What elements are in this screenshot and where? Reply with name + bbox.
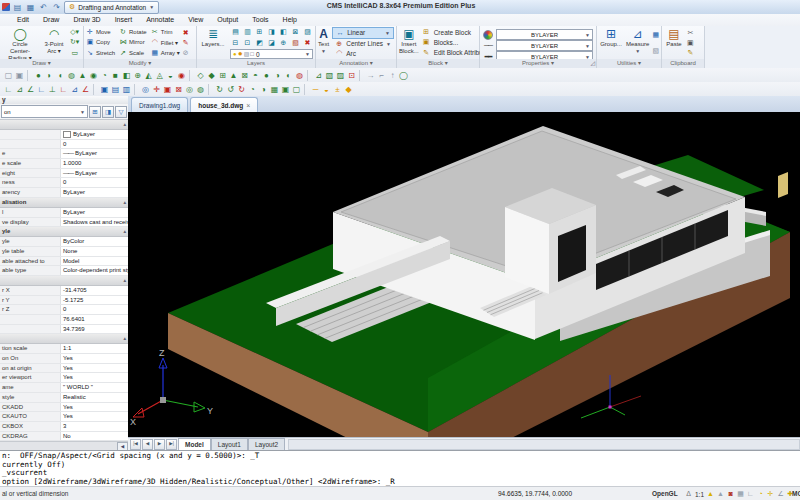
revision-cloud-icon[interactable]: ↻▾ xyxy=(70,38,79,46)
toolbar-icon[interactable]: ◓ xyxy=(250,70,261,81)
toolbar-icon[interactable]: ◬ xyxy=(154,70,165,81)
toolbar-icon[interactable]: ⊡ xyxy=(346,70,357,81)
toolbar-icon[interactable]: ∠ xyxy=(80,84,91,95)
toolbar-icon[interactable]: ● xyxy=(261,70,272,81)
palette-header-button[interactable]: ⊞ xyxy=(89,106,101,118)
toolbar-icon[interactable]: ─ xyxy=(310,84,321,95)
toolbar-icon[interactable]: → xyxy=(365,70,376,81)
cut-icon[interactable]: ✂ xyxy=(687,28,694,37)
palette-section-header[interactable]: alisation▴ xyxy=(0,198,128,208)
status-toggle-icon[interactable]: ▲ xyxy=(706,488,715,500)
status-toggle-icon[interactable]: ▲ xyxy=(716,488,725,500)
toolbar-icon[interactable]: ◗ xyxy=(44,70,55,81)
modify-array[interactable]: ▦Array ▾ xyxy=(151,49,180,57)
layer-tool-icon[interactable]: ⊟ xyxy=(230,38,241,48)
toolbar-icon[interactable]: ◉ xyxy=(176,70,187,81)
layer-tool-icon[interactable]: ⊞ xyxy=(254,27,265,37)
toolbar-icon[interactable]: ⊿ xyxy=(313,70,324,81)
palette-row[interactable]: CKADDYes xyxy=(0,403,128,413)
palette-row[interactable]: yle tableNone xyxy=(0,247,128,257)
undo-icon[interactable]: ↶ xyxy=(38,2,49,13)
properties-group-label[interactable]: Properties ▾ xyxy=(480,59,596,68)
draw-extra-tools[interactable]: ◇▾ ↻▾ ▭ xyxy=(70,27,79,58)
toolbar-icon[interactable]: ▲ xyxy=(77,70,88,81)
toolbar-icon[interactable]: ● xyxy=(33,70,44,81)
toolbar-icon[interactable]: ▣ xyxy=(99,84,110,95)
palette-section-header[interactable]: ▴ xyxy=(0,120,128,130)
three-point-arc-button[interactable]: ◠ 3-Point Arc ▾ xyxy=(41,27,67,58)
paste-button[interactable]: ▤ Paste xyxy=(664,27,684,58)
layers-button[interactable]: ≣ Layers... xyxy=(199,27,227,58)
toolbar-icon[interactable]: ◎ xyxy=(184,84,195,95)
layer-tool-icon[interactable]: ⊕ xyxy=(278,38,289,48)
layer-tool-icon[interactable]: ◧ xyxy=(278,27,289,37)
layer-tool-icon[interactable]: ✖ xyxy=(302,38,313,48)
layout-scrollbar-track[interactable] xyxy=(288,439,800,450)
print-icon[interactable]: ▦ xyxy=(25,2,36,13)
toolbar-icon[interactable]: ▧ xyxy=(324,70,335,81)
toolbar-icon[interactable]: ± xyxy=(332,84,343,95)
toolbar-icon[interactable]: ■ xyxy=(110,70,121,81)
palette-row[interactable]: tion scale1:1 xyxy=(0,344,128,354)
layer-tool-icon[interactable]: ▥ xyxy=(242,27,253,37)
polygon-icon[interactable]: ◇▾ xyxy=(70,28,79,36)
toolbar-icon[interactable]: ▣ xyxy=(280,84,291,95)
center-lines-button[interactable]: ⊕ Center Lines ▼ xyxy=(332,39,394,49)
modify-stretch[interactable]: ↘Stretch xyxy=(86,49,115,57)
status-toggle-icon[interactable]: Δ xyxy=(684,488,693,500)
toolbar-icon[interactable]: ▣ xyxy=(162,84,173,95)
palette-row[interactable]: on OnYes xyxy=(0,354,128,364)
layout-nav-button[interactable]: ▶ xyxy=(154,439,165,450)
toolbar-icon[interactable]: ↻ xyxy=(214,84,225,95)
modify-group-label[interactable]: Modify ▾ xyxy=(84,59,196,68)
status-toggle-icon[interactable]: ▦ xyxy=(736,488,745,500)
toolbar-icon[interactable]: ◎ xyxy=(140,84,151,95)
utilities-group-label[interactable]: Utilities ▾ xyxy=(597,59,661,68)
palette-row[interactable]: 0 xyxy=(0,140,128,150)
toolbar-icon[interactable]: ◒ xyxy=(321,84,332,95)
arc-annotation-button[interactable]: ◠ Arc xyxy=(332,48,394,58)
palette-row[interactable]: able typeColor-dependent print style xyxy=(0,266,128,276)
toolbar-icon[interactable]: ◍ xyxy=(294,70,305,81)
menu-item-view[interactable]: View xyxy=(181,14,210,26)
point-id-icon[interactable]: ▧ xyxy=(652,46,659,55)
toolbar-icon[interactable]: ◯ xyxy=(398,70,409,81)
layer-tool-icon[interactable]: ◨ xyxy=(266,27,277,37)
palette-header-button[interactable]: ▽ xyxy=(115,106,127,118)
toolbar-icon[interactable]: ∟ xyxy=(3,84,14,95)
toolbar-icon[interactable]: ◐ xyxy=(283,70,294,81)
linear-dimension-button[interactable]: ↔ Linear ▼ xyxy=(332,27,394,39)
palette-header-button[interactable]: ◨ xyxy=(102,106,114,118)
toolbar-icon[interactable]: ▨ xyxy=(335,70,346,81)
status-scale-label[interactable]: 1:1 xyxy=(694,491,705,498)
layer-tool-icon[interactable]: ⊠ xyxy=(290,27,301,37)
dialog-launcher-icon[interactable]: ◿ xyxy=(590,59,595,68)
palette-row[interactable]: ByLayer xyxy=(0,130,128,140)
palette-section-header[interactable]: ▴ xyxy=(0,334,128,344)
draw-group-label[interactable]: Draw ▾ xyxy=(0,59,83,68)
group-button[interactable]: ⊞ Group... xyxy=(599,27,623,58)
toolbar-icon[interactable]: ◔ xyxy=(99,70,110,81)
palette-row[interactable]: on at originYes xyxy=(0,364,128,374)
toolbar-icon[interactable]: ⊥ xyxy=(47,84,58,95)
status-toggle-icon[interactable]: ◔ xyxy=(756,488,765,500)
modify-tool-icon[interactable]: ✖ xyxy=(183,28,189,37)
renderer-label[interactable]: OpenGL xyxy=(652,490,678,497)
toolbar-icon[interactable]: ◖ xyxy=(55,70,66,81)
status-toggle-icon[interactable]: ∟ xyxy=(746,488,755,500)
measure-button[interactable]: ⊿ Measure ▼ xyxy=(626,27,649,58)
layer-combo[interactable]: ●✹▨□ 0 ▼ xyxy=(230,49,313,59)
palette-row[interactable]: CKDRAGNo xyxy=(0,432,128,441)
menu-item-help[interactable]: Help xyxy=(276,14,304,26)
toolbar-icon[interactable]: ⌐ xyxy=(376,70,387,81)
toolbar-icon[interactable]: ⊿ xyxy=(14,84,25,95)
layer-tool-icon[interactable]: ◪ xyxy=(266,38,277,48)
menu-item-draw-3d[interactable]: Draw 3D xyxy=(66,14,107,26)
layer-tool-icon[interactable]: ▤ xyxy=(230,27,241,37)
toolbar-icon[interactable]: ◍ xyxy=(66,70,77,81)
toolbar-icon[interactable]: ◭ xyxy=(143,70,154,81)
palette-row[interactable]: yleByColor xyxy=(0,237,128,247)
toolbar-icon[interactable]: ↑ xyxy=(387,70,398,81)
document-tab-drawing1-dwg[interactable]: Drawing1.dwg xyxy=(131,97,188,112)
palette-row[interactable]: eight——ByLayer xyxy=(0,169,128,179)
